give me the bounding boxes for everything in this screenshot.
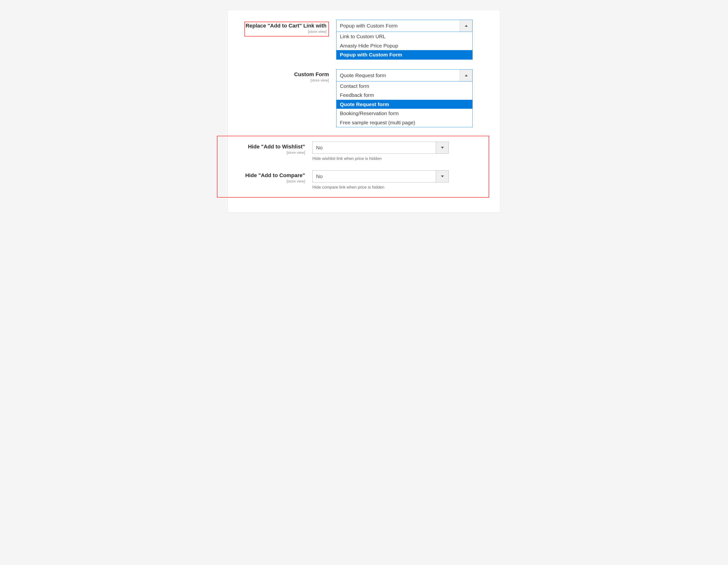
label-text: Custom Form (294, 71, 329, 77)
chevron-down-icon (436, 171, 448, 182)
dropdown-option[interactable]: Link to Custom URL (336, 32, 472, 41)
select-value: No (313, 171, 436, 182)
label-text: Replace "Add to Cart" Link with (245, 23, 327, 29)
dropdown-option-selected[interactable]: Quote Request form (336, 100, 472, 109)
svg-marker-3 (441, 176, 444, 177)
dropdown-option-selected[interactable]: Popup with Custom Form (336, 50, 472, 59)
label-scope: [store view] (245, 29, 327, 34)
select-value: Popup with Custom Form (336, 20, 460, 32)
dropdown-option[interactable]: Contact form (336, 82, 472, 91)
label-text: Hide "Add to Compare" (245, 172, 305, 178)
svg-marker-1 (465, 75, 468, 76)
label-scope: [store view] (241, 150, 305, 155)
hide-wishlist-select[interactable]: No (312, 142, 449, 154)
value-col: No Hide compare link when price is hidde… (312, 170, 449, 190)
chevron-up-icon (460, 70, 472, 81)
replace-link-select[interactable]: Popup with Custom Form (336, 20, 473, 32)
label-col: Hide "Add to Wishlist" [store view] (241, 142, 312, 155)
field-hide-wishlist: Hide "Add to Wishlist" [store view] No H… (241, 142, 483, 161)
highlight-box-region: Hide "Add to Wishlist" [store view] No H… (217, 136, 489, 198)
replace-link-dropdown: Link to Custom URL Amasty Hide Price Pop… (336, 32, 473, 60)
value-col: Quote Request form Contact form Feedback… (336, 69, 473, 128)
field-hint: Hide wishlist link when price is hidden (312, 156, 449, 161)
label-text: Hide "Add to Wishlist" (248, 144, 305, 150)
highlight-box-label: Replace "Add to Cart" Link with [store v… (244, 22, 329, 37)
field-replace-add-to-cart: Replace "Add to Cart" Link with [store v… (241, 20, 487, 60)
chevron-up-icon (460, 20, 472, 32)
hide-compare-select[interactable]: No (312, 170, 449, 183)
value-col: Popup with Custom Form Link to Custom UR… (336, 20, 473, 60)
custom-form-dropdown: Contact form Feedback form Quote Request… (336, 82, 473, 128)
config-panel: Replace "Add to Cart" Link with [store v… (228, 10, 500, 213)
custom-form-select[interactable]: Quote Request form (336, 69, 473, 82)
label-scope: [store view] (241, 179, 305, 183)
field-hide-compare: Hide "Add to Compare" [store view] No Hi… (241, 170, 483, 190)
dropdown-option[interactable]: Feedback form (336, 91, 472, 100)
label-col: Replace "Add to Cart" Link with [store v… (241, 20, 336, 37)
select-value: No (313, 142, 436, 154)
chevron-down-icon (436, 142, 448, 154)
label-scope: [store view] (241, 78, 329, 82)
svg-marker-0 (465, 25, 468, 27)
field-hint: Hide compare link when price is hidden (312, 185, 449, 190)
value-col: No Hide wishlist link when price is hidd… (312, 142, 449, 161)
label-col: Custom Form [store view] (241, 69, 336, 82)
dropdown-option[interactable]: Free sample request (multi page) (336, 118, 472, 127)
dropdown-option[interactable]: Booking/Reservation form (336, 109, 472, 118)
dropdown-option[interactable]: Amasty Hide Price Popup (336, 41, 472, 50)
field-custom-form: Custom Form [store view] Quote Request f… (241, 69, 487, 128)
svg-marker-2 (441, 147, 444, 149)
select-value: Quote Request form (336, 70, 460, 81)
label-col: Hide "Add to Compare" [store view] (241, 170, 312, 183)
